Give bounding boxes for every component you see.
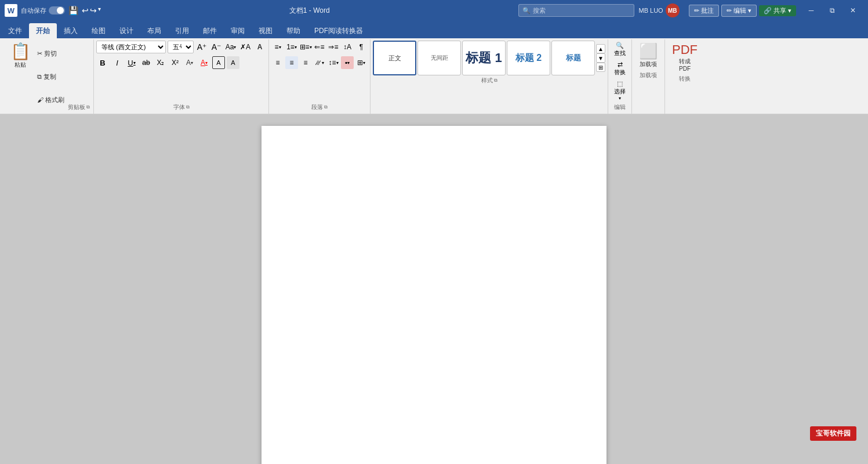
styles-scroll-down[interactable]: ▼ — [596, 53, 605, 63]
char-shading-button[interactable]: A — [227, 56, 239, 69]
app-name: Word — [313, 6, 329, 14]
styles-group: 正文 无间距 标题 1 标题 2 — [371, 39, 608, 114]
style-heading2[interactable]: 标题 2 — [507, 41, 550, 75]
change-case-button[interactable]: Aa▾ — [224, 41, 237, 53]
align-center-button[interactable]: ≡ — [285, 56, 298, 69]
styles-expand-icon[interactable]: ⧉ — [494, 78, 497, 84]
align-right-button[interactable]: ≡ — [299, 56, 312, 69]
strikethrough-button[interactable]: ab — [140, 56, 152, 69]
underline-button[interactable]: U▾ — [125, 56, 138, 69]
style-heading1[interactable]: 标题 1 — [462, 41, 506, 75]
clear-format-button[interactable]: ✗A — [239, 41, 252, 53]
font-name-select[interactable]: 等线 (西文正文) — [96, 41, 166, 53]
editing-content: 🔍 查找 ⇄ 替换 ⬚ 选择▾ — [611, 41, 629, 102]
search-box[interactable]: 🔍 搜索 — [518, 4, 634, 17]
avatar[interactable]: MB — [666, 3, 680, 17]
user-name: MB LUO — [639, 7, 663, 14]
sort-button[interactable]: ↕A — [341, 41, 354, 53]
font-color-picker-button[interactable]: A — [253, 41, 266, 53]
paragraph-group: ≡▾ 1≡▾ ⊞≡▾ ⇐≡ ⇒≡ ↕A ¶ ≡ ≡ ≡ ⫻▾ ↕≡▾ ▪▾ ⊞▾… — [269, 39, 371, 114]
para-expand-icon[interactable]: ⧉ — [324, 104, 328, 110]
font-color-button[interactable]: A▾ — [198, 56, 210, 69]
styles-scroll-up[interactable]: ▲ — [596, 44, 605, 53]
replace-icon: ⇄ — [618, 61, 623, 68]
justify-button[interactable]: ⫻▾ — [313, 56, 326, 69]
cut-button[interactable]: ✂ 剪切 — [35, 49, 67, 59]
tab-layout[interactable]: 布局 — [140, 23, 168, 38]
edit-button[interactable]: ✏ 编辑 ▾ — [721, 5, 757, 17]
font-size-increase-button[interactable]: A⁺ — [195, 41, 208, 53]
convert-button[interactable]: PDF 转成PDF — [667, 41, 702, 74]
addins-button[interactable]: ⬜ 加载项 — [634, 41, 662, 70]
styles-more-button[interactable]: ⊞ — [596, 63, 605, 72]
para-row1: ≡▾ 1≡▾ ⊞≡▾ ⇐≡ ⇒≡ ↕A ¶ — [271, 41, 368, 53]
tab-review[interactable]: 审阅 — [224, 23, 252, 38]
paste-label: 粘贴 — [14, 61, 26, 69]
style-no-spacing[interactable]: 无间距 — [417, 41, 461, 75]
decrease-indent-button[interactable]: ⇐≡ — [313, 41, 326, 53]
style-normal-content: 正文 — [388, 54, 401, 63]
subscript-button[interactable]: X₂ — [154, 56, 167, 69]
borders-button[interactable]: ⊞▾ — [355, 56, 368, 69]
numbering-button[interactable]: 1≡▾ — [285, 41, 298, 53]
font-expand-icon[interactable]: ⧉ — [186, 104, 190, 110]
tab-references[interactable]: 引用 — [168, 23, 196, 38]
char-border-button[interactable]: A — [212, 56, 225, 69]
font-size-decrease-button[interactable]: A⁻ — [210, 41, 223, 53]
editing-group-label: 编辑 — [614, 103, 626, 113]
tab-insert[interactable]: 插入 — [57, 23, 85, 38]
select-button[interactable]: ⬚ 选择▾ — [611, 79, 629, 102]
increase-indent-button[interactable]: ⇒≡ — [327, 41, 340, 53]
bold-button[interactable]: B — [96, 56, 109, 69]
multilevel-button[interactable]: ⊞≡▾ — [299, 41, 312, 53]
tab-view[interactable]: 视图 — [252, 23, 279, 38]
addins-group-label: 加载项 — [640, 71, 657, 81]
close-button[interactable]: ✕ — [842, 0, 863, 21]
annotate-button[interactable]: ✏ 批注 — [689, 5, 719, 17]
tab-help[interactable]: 帮助 — [279, 23, 307, 38]
cut-icon: ✂ — [37, 50, 42, 57]
tab-design[interactable]: 设计 — [112, 23, 140, 38]
tab-draw[interactable]: 绘图 — [85, 23, 112, 38]
title-bar-right: 🔍 搜索 MB LUO MB ✏ 批注 ✏ 编辑 ▾ 🔗 共享 ▾ ─ ⧉ ✕ — [518, 0, 864, 21]
tab-mailings[interactable]: 邮件 — [196, 23, 224, 38]
undo-icon[interactable]: ↩ — [82, 6, 89, 15]
style-heading3[interactable]: 标题 — [551, 41, 595, 75]
text-highlight-button[interactable]: A▾ — [183, 56, 196, 69]
undo-redo-group: ↩ ↪ ▾ — [82, 6, 101, 15]
document-page[interactable] — [262, 126, 606, 464]
font-row1: 等线 (西文正文) 五号 A⁺ A⁻ Aa▾ ✗A A — [96, 41, 266, 53]
editing-group: 🔍 查找 ⇄ 替换 ⬚ 选择▾ 编辑 — [608, 39, 632, 114]
line-spacing-button[interactable]: ↕≡▾ — [327, 56, 340, 69]
title-bar-left: W 自动保存 💾 ↩ ↪ ▾ — [5, 4, 101, 17]
superscript-button[interactable]: X² — [169, 56, 181, 69]
replace-button[interactable]: ⇄ 替换 — [611, 60, 629, 78]
italic-button[interactable]: I — [111, 56, 124, 69]
tab-home[interactable]: 开始 — [29, 23, 57, 38]
copy-button[interactable]: ⧉ 复制 — [35, 72, 67, 82]
addins-icon: ⬜ — [639, 42, 658, 60]
copy-icon: ⧉ — [37, 73, 42, 81]
save-icon[interactable]: 💾 — [68, 6, 78, 15]
format-painter-button[interactable]: 🖌 格式刷 — [35, 95, 67, 105]
style-heading2-content: 标题 2 — [515, 52, 542, 64]
tab-file[interactable]: 文件 — [1, 23, 29, 38]
shading-button[interactable]: ▪▾ — [341, 56, 354, 69]
tab-pdf[interactable]: PDF阅读转换器 — [307, 23, 370, 38]
autosave-toggle[interactable] — [49, 6, 65, 14]
minimize-button[interactable]: ─ — [801, 0, 822, 21]
font-size-select[interactable]: 五号 — [168, 41, 194, 53]
style-normal[interactable]: 正文 — [373, 41, 416, 75]
font-row2: B I U▾ ab X₂ X² A▾ A▾ A A — [96, 56, 239, 69]
redo-icon[interactable]: ↪ — [90, 6, 97, 15]
share-button[interactable]: 🔗 共享 ▾ — [759, 5, 796, 16]
clipboard-expand-icon[interactable]: ⧉ — [86, 104, 90, 110]
show-marks-button[interactable]: ¶ — [355, 41, 368, 53]
restore-button[interactable]: ⧉ — [822, 0, 842, 21]
find-button[interactable]: 🔍 查找 — [611, 41, 629, 59]
document-area[interactable] — [0, 114, 868, 464]
bullets-button[interactable]: ≡▾ — [271, 41, 284, 53]
paste-button[interactable]: 📋 粘贴 — [6, 41, 35, 113]
align-left-button[interactable]: ≡ — [271, 56, 284, 69]
autosave-section: 自动保存 — [21, 6, 65, 15]
